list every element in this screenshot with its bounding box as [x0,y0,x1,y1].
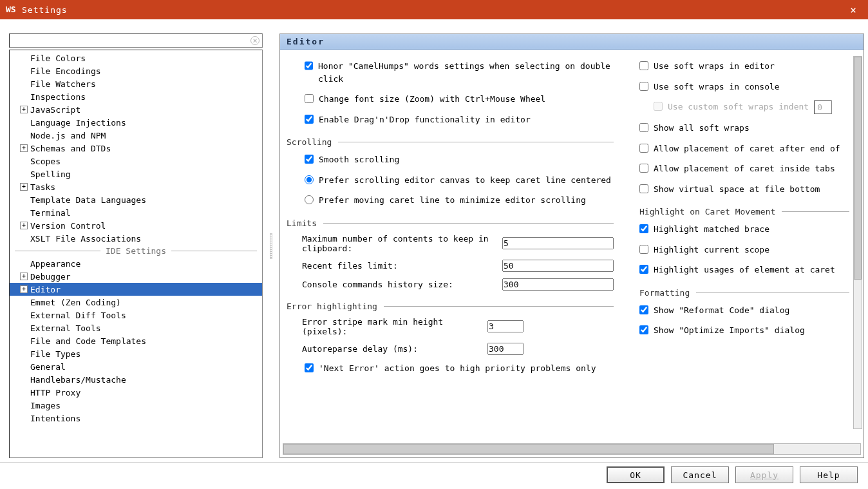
console-input[interactable] [502,278,614,291]
tree-item[interactable]: +Version Control [10,219,262,232]
search-field-wrap: × [9,34,263,48]
scrolling-section: Scrolling [287,137,614,147]
custom-indent-input [814,101,832,114]
horizontal-scrollbar[interactable] [283,443,861,455]
tree-item[interactable]: Intentions [10,412,262,425]
caret-tabs-checkbox[interactable] [639,164,648,173]
tree-item-label: External Diff Tools [30,311,126,320]
prefer-move-radio[interactable] [305,195,314,204]
show-all-softwraps-checkbox[interactable] [639,123,648,132]
tree-item[interactable]: Images [10,399,262,412]
limits-title: Limits [287,218,317,228]
prefer-move-label: Prefer moving caret line to minimize edi… [319,194,586,207]
next-error-checkbox[interactable] [305,363,314,372]
divider-label: IDE Settings [100,246,171,256]
tree-item[interactable]: Appearance [10,257,262,270]
smooth-scroll-checkbox[interactable] [305,155,314,164]
tree-item[interactable]: HTTP Proxy [10,386,262,399]
camelhumps-label: Honor "CamelHumps" words settings when s… [318,60,614,85]
tree-item[interactable]: File Encodings [10,64,262,77]
vertical-scrollbar[interactable] [853,56,862,429]
tree-item[interactable]: File and Code Templates [10,334,262,347]
zoom-font-checkbox[interactable] [305,94,314,103]
tree-item[interactable]: +Editor [10,283,262,296]
tree-item[interactable]: +Tasks [10,180,262,193]
expand-icon[interactable]: + [20,183,28,191]
window-title: Settings [22,5,844,15]
brace-row: Highlight matched brace [639,219,849,240]
tree-item[interactable]: +Debugger [10,270,262,283]
ok-button[interactable]: OK [607,466,665,483]
tree-item[interactable]: External Tools [10,321,262,334]
tree-item-label: Tasks [30,182,55,192]
tree-item[interactable]: File Types [10,347,262,360]
limits-section: Limits [287,218,614,228]
tree-item[interactable]: General [10,360,262,373]
clear-search-icon[interactable]: × [250,36,259,45]
camelhumps-checkbox[interactable] [305,61,313,70]
settings-tree[interactable]: File ColorsFile EncodingsFile WatchersIn… [9,50,263,458]
prefer-move-row: Prefer moving caret line to minimize edi… [287,190,614,211]
reformat-label: Show "Reformat Code" dialog [654,304,789,317]
search-input[interactable] [10,35,262,47]
tree-item-label: Intentions [30,414,80,423]
optimize-checkbox[interactable] [639,325,648,334]
scope-checkbox[interactable] [639,245,648,254]
caret-end-checkbox[interactable] [639,144,648,153]
tree-item-label: Debugger [30,272,71,282]
stripe-input[interactable] [487,320,524,332]
tree-item[interactable]: Language Injections [10,116,262,129]
tree-item[interactable]: Handlebars/Mustache [10,373,262,386]
tree-item-label: File and Code Templates [30,336,146,346]
splitter-handle[interactable] [269,34,273,458]
tree-item[interactable]: File Colors [10,52,262,64]
softwrap-console-checkbox[interactable] [639,82,648,91]
tree-item[interactable]: External Diff Tools [10,309,262,321]
tree-item[interactable]: +Schemas and DTDs [10,142,262,155]
usages-checkbox[interactable] [639,265,648,274]
softwrap-console-label: Use soft wraps in console [654,81,780,93]
tree-item[interactable]: Inspections [10,90,262,103]
virtual-space-checkbox[interactable] [639,184,648,193]
zoom-font-label: Change font size (Zoom) with Ctrl+Mouse … [319,93,545,106]
brace-checkbox[interactable] [639,224,648,233]
reformat-checkbox[interactable] [639,305,648,314]
expand-icon[interactable]: + [20,222,28,229]
close-icon[interactable]: × [844,4,863,16]
expand-icon[interactable]: + [20,285,28,293]
dnd-row: Enable Drag'n'Drop functionality in edit… [287,110,614,130]
prefer-canvas-radio[interactable] [305,175,314,184]
tree-item[interactable]: File Watchers [10,77,262,90]
delay-input[interactable] [487,343,524,355]
tree-item[interactable]: Template Data Languages [10,193,262,206]
apply-button: Apply [735,466,793,483]
tree-item[interactable]: XSLT File Associations [10,232,262,245]
cancel-button[interactable]: Cancel [671,466,729,483]
tree-item[interactable]: Scopes [10,155,262,168]
expand-icon[interactable]: + [20,144,28,152]
help-button[interactable]: Help [800,466,858,483]
expand-icon[interactable]: + [20,106,28,113]
tree-item[interactable]: Node.js and NPM [10,129,262,142]
tree-item[interactable]: Emmet (Zen Coding) [10,296,262,309]
highlight-section: Highlight on Caret Movement [639,207,849,216]
dnd-label: Enable Drag'n'Drop functionality in edit… [319,113,531,126]
tree-divider: IDE Settings [10,245,262,257]
softwrap-editor-checkbox[interactable] [639,61,648,70]
tree-item[interactable]: Terminal [10,206,262,219]
tree-item-label: Schemas and DTDs [30,144,111,153]
error-section: Error highlighting [287,302,614,311]
clipboard-input[interactable] [502,237,614,249]
formatting-title: Formatting [639,288,690,298]
tree-item[interactable]: Spelling [10,168,262,180]
tree-item[interactable]: +JavaScript [10,103,262,116]
usages-label: Highlight usages of element at caret [654,264,835,276]
tree-item-label: Appearance [30,259,80,269]
expand-icon[interactable]: + [20,273,28,280]
next-error-row: 'Next Error' action goes to high priorit… [287,358,614,379]
dnd-checkbox[interactable] [305,115,314,124]
softwrap-editor-row: Use soft wraps in editor [639,56,849,77]
custom-indent-checkbox[interactable] [654,102,663,111]
tree-item-label: Inspections [30,92,86,102]
recent-input[interactable] [502,260,614,272]
